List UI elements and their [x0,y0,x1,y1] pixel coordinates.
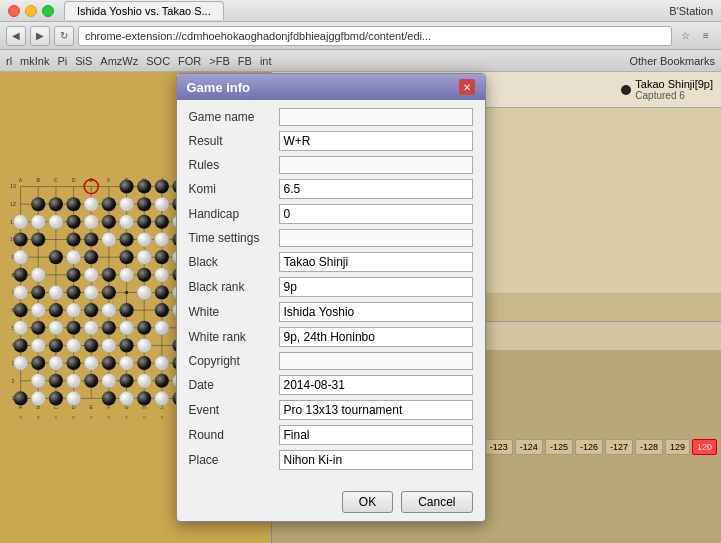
field-rules: Rules [189,156,473,174]
traffic-lights [8,5,54,17]
field-label-black-rank: Black rank [189,280,279,294]
field-value-place[interactable]: Nihon Ki-in [279,450,473,470]
address-bar[interactable] [78,26,672,46]
field-time-settings: Time settings [189,229,473,247]
bookmarks-bar: rl mkInk Pi SiS AmzWz SOC FOR >FB FB int… [0,50,721,72]
field-value-white-rank[interactable]: 9p, 24th Honinbo [279,327,473,347]
field-event: Event Pro 13x13 tournament [189,400,473,420]
field-label-copyright: Copyright [189,354,279,368]
bookmark-pi[interactable]: Pi [57,55,67,67]
menu-icon[interactable]: ≡ [697,27,715,45]
field-date: Date 2014-08-31 [189,375,473,395]
dialog-overlay: Game info ✕ Game name Result W+R Rules K… [0,72,721,543]
field-black: Black Takao Shinji [189,252,473,272]
field-value-copyright[interactable] [279,352,473,370]
field-value-result[interactable]: W+R [279,131,473,151]
field-white-rank: White rank 9p, 24th Honinbo [189,327,473,347]
minimize-button[interactable] [25,5,37,17]
field-label-event: Event [189,403,279,417]
bookmark-soc[interactable]: SOC [146,55,170,67]
browser-titlebar: Ishida Yoshio vs. Takao S... B'Station [0,0,721,22]
field-value-round[interactable]: Final [279,425,473,445]
bookmark-amzwz[interactable]: AmzWz [100,55,138,67]
field-label-black: Black [189,255,279,269]
field-label-round: Round [189,428,279,442]
field-label-white: White [189,305,279,319]
dialog-footer: OK Cancel [177,483,485,521]
dialog-title: Game info [187,80,251,95]
field-value-black-rank[interactable]: 9p [279,277,473,297]
field-round: Round Final [189,425,473,445]
field-handicap: Handicap 0 [189,204,473,224]
dialog-title-bar: Game info ✕ [177,74,485,100]
bookmark-rl[interactable]: rl [6,55,12,67]
station-label: B'Station [669,5,713,17]
field-value-komi[interactable]: 6.5 [279,179,473,199]
browser-toolbar: ◀ ▶ ↻ ☆ ≡ [0,22,721,50]
forward-button[interactable]: ▶ [30,26,50,46]
field-value-game-name[interactable] [279,108,473,126]
field-label-rules: Rules [189,158,279,172]
cancel-button[interactable]: Cancel [401,491,472,513]
field-place: Place Nihon Ki-in [189,450,473,470]
bookmark-sis[interactable]: SiS [75,55,92,67]
dialog-close-button[interactable]: ✕ [459,79,475,95]
field-label-komi: Komi [189,182,279,196]
field-label-date: Date [189,378,279,392]
bookmark-for[interactable]: FOR [178,55,201,67]
field-label-game-name: Game name [189,110,279,124]
field-white: White Ishida Yoshio [189,302,473,322]
field-label-place: Place [189,453,279,467]
field-komi: Komi 6.5 [189,179,473,199]
bookmark-fb2[interactable]: >FB [209,55,229,67]
field-value-date[interactable]: 2014-08-31 [279,375,473,395]
browser-tab[interactable]: Ishida Yoshio vs. Takao S... [64,1,224,20]
field-copyright: Copyright [189,352,473,370]
field-value-handicap[interactable]: 0 [279,204,473,224]
field-value-event[interactable]: Pro 13x13 tournament [279,400,473,420]
bookmark-other[interactable]: Other Bookmarks [629,55,715,67]
star-icon[interactable]: ☆ [676,27,694,45]
maximize-button[interactable] [42,5,54,17]
field-black-rank: Black rank 9p [189,277,473,297]
refresh-button[interactable]: ↻ [54,26,74,46]
field-value-rules[interactable] [279,156,473,174]
bookmark-fb[interactable]: FB [238,55,252,67]
toolbar-icons: ☆ ≡ [676,27,715,45]
bookmark-int[interactable]: int [260,55,272,67]
ok-button[interactable]: OK [342,491,393,513]
field-value-white[interactable]: Ishida Yoshio [279,302,473,322]
field-value-time-settings[interactable] [279,229,473,247]
field-value-black[interactable]: Takao Shinji [279,252,473,272]
bookmark-mklnk[interactable]: mkInk [20,55,49,67]
field-game-name: Game name [189,108,473,126]
back-button[interactable]: ◀ [6,26,26,46]
field-result: Result W+R [189,131,473,151]
close-button[interactable] [8,5,20,17]
field-label-result: Result [189,134,279,148]
game-info-dialog: Game info ✕ Game name Result W+R Rules K… [176,73,486,522]
field-label-handicap: Handicap [189,207,279,221]
field-label-time-settings: Time settings [189,231,279,245]
dialog-body: Game name Result W+R Rules Komi 6.5 Hand… [177,100,485,483]
field-label-white-rank: White rank [189,330,279,344]
